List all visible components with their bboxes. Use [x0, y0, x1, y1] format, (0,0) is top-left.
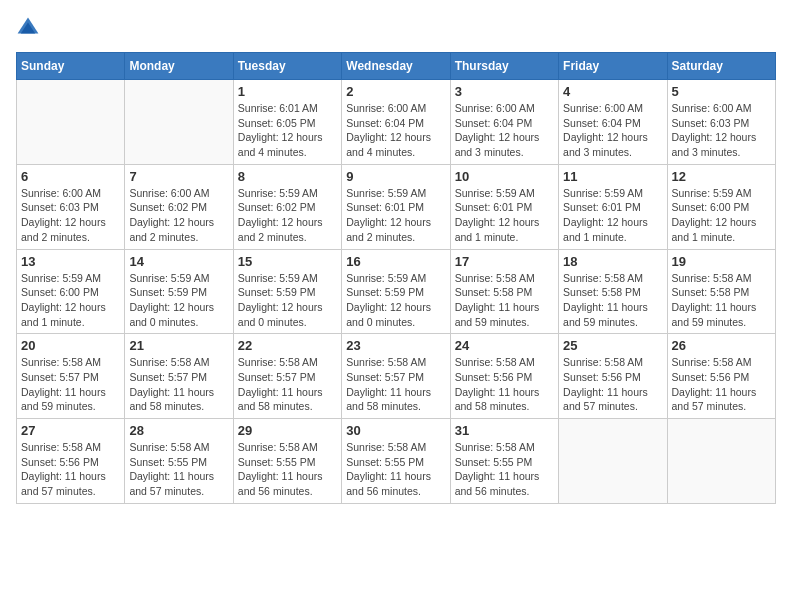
day-info: Sunrise: 5:58 AM Sunset: 5:57 PM Dayligh… [129, 355, 228, 414]
day-info: Sunrise: 5:59 AM Sunset: 6:01 PM Dayligh… [563, 186, 662, 245]
day-number: 26 [672, 338, 771, 353]
day-info: Sunrise: 5:59 AM Sunset: 6:01 PM Dayligh… [455, 186, 554, 245]
calendar-cell: 27Sunrise: 5:58 AM Sunset: 5:56 PM Dayli… [17, 419, 125, 504]
day-number: 13 [21, 254, 120, 269]
calendar-week-row: 1Sunrise: 6:01 AM Sunset: 6:05 PM Daylig… [17, 80, 776, 165]
day-info: Sunrise: 5:58 AM Sunset: 5:55 PM Dayligh… [455, 440, 554, 499]
day-number: 28 [129, 423, 228, 438]
day-info: Sunrise: 5:59 AM Sunset: 6:02 PM Dayligh… [238, 186, 337, 245]
calendar-cell: 26Sunrise: 5:58 AM Sunset: 5:56 PM Dayli… [667, 334, 775, 419]
calendar-cell: 19Sunrise: 5:58 AM Sunset: 5:58 PM Dayli… [667, 249, 775, 334]
day-info: Sunrise: 6:00 AM Sunset: 6:03 PM Dayligh… [21, 186, 120, 245]
day-info: Sunrise: 5:58 AM Sunset: 5:57 PM Dayligh… [21, 355, 120, 414]
day-info: Sunrise: 5:58 AM Sunset: 5:57 PM Dayligh… [238, 355, 337, 414]
day-number: 5 [672, 84, 771, 99]
calendar-cell: 5Sunrise: 6:00 AM Sunset: 6:03 PM Daylig… [667, 80, 775, 165]
day-info: Sunrise: 5:59 AM Sunset: 6:01 PM Dayligh… [346, 186, 445, 245]
calendar-cell: 20Sunrise: 5:58 AM Sunset: 5:57 PM Dayli… [17, 334, 125, 419]
calendar-cell: 9Sunrise: 5:59 AM Sunset: 6:01 PM Daylig… [342, 164, 450, 249]
day-info: Sunrise: 5:58 AM Sunset: 5:58 PM Dayligh… [563, 271, 662, 330]
day-info: Sunrise: 5:58 AM Sunset: 5:55 PM Dayligh… [238, 440, 337, 499]
calendar-cell: 10Sunrise: 5:59 AM Sunset: 6:01 PM Dayli… [450, 164, 558, 249]
day-number: 22 [238, 338, 337, 353]
day-number: 7 [129, 169, 228, 184]
day-number: 2 [346, 84, 445, 99]
calendar-cell: 3Sunrise: 6:00 AM Sunset: 6:04 PM Daylig… [450, 80, 558, 165]
day-number: 10 [455, 169, 554, 184]
day-number: 14 [129, 254, 228, 269]
day-info: Sunrise: 5:59 AM Sunset: 5:59 PM Dayligh… [346, 271, 445, 330]
calendar-table: SundayMondayTuesdayWednesdayThursdayFrid… [16, 52, 776, 504]
day-number: 21 [129, 338, 228, 353]
calendar-cell: 1Sunrise: 6:01 AM Sunset: 6:05 PM Daylig… [233, 80, 341, 165]
day-number: 20 [21, 338, 120, 353]
day-info: Sunrise: 5:58 AM Sunset: 5:56 PM Dayligh… [563, 355, 662, 414]
weekday-header-wednesday: Wednesday [342, 53, 450, 80]
day-number: 12 [672, 169, 771, 184]
day-info: Sunrise: 5:59 AM Sunset: 6:00 PM Dayligh… [21, 271, 120, 330]
day-info: Sunrise: 6:00 AM Sunset: 6:04 PM Dayligh… [563, 101, 662, 160]
calendar-week-row: 20Sunrise: 5:58 AM Sunset: 5:57 PM Dayli… [17, 334, 776, 419]
day-info: Sunrise: 5:58 AM Sunset: 5:58 PM Dayligh… [455, 271, 554, 330]
calendar-week-row: 13Sunrise: 5:59 AM Sunset: 6:00 PM Dayli… [17, 249, 776, 334]
day-number: 1 [238, 84, 337, 99]
day-number: 25 [563, 338, 662, 353]
day-number: 27 [21, 423, 120, 438]
calendar-cell: 18Sunrise: 5:58 AM Sunset: 5:58 PM Dayli… [559, 249, 667, 334]
calendar-cell [559, 419, 667, 504]
calendar-week-row: 27Sunrise: 5:58 AM Sunset: 5:56 PM Dayli… [17, 419, 776, 504]
day-number: 8 [238, 169, 337, 184]
day-info: Sunrise: 5:59 AM Sunset: 5:59 PM Dayligh… [129, 271, 228, 330]
calendar-cell: 21Sunrise: 5:58 AM Sunset: 5:57 PM Dayli… [125, 334, 233, 419]
day-number: 3 [455, 84, 554, 99]
calendar-cell: 11Sunrise: 5:59 AM Sunset: 6:01 PM Dayli… [559, 164, 667, 249]
calendar-cell [17, 80, 125, 165]
weekday-header-tuesday: Tuesday [233, 53, 341, 80]
day-number: 19 [672, 254, 771, 269]
calendar-cell: 24Sunrise: 5:58 AM Sunset: 5:56 PM Dayli… [450, 334, 558, 419]
weekday-header-row: SundayMondayTuesdayWednesdayThursdayFrid… [17, 53, 776, 80]
logo-icon [16, 16, 40, 40]
day-number: 9 [346, 169, 445, 184]
day-info: Sunrise: 5:58 AM Sunset: 5:56 PM Dayligh… [455, 355, 554, 414]
calendar-cell: 30Sunrise: 5:58 AM Sunset: 5:55 PM Dayli… [342, 419, 450, 504]
day-number: 15 [238, 254, 337, 269]
day-info: Sunrise: 6:01 AM Sunset: 6:05 PM Dayligh… [238, 101, 337, 160]
calendar-cell: 7Sunrise: 6:00 AM Sunset: 6:02 PM Daylig… [125, 164, 233, 249]
calendar-cell: 6Sunrise: 6:00 AM Sunset: 6:03 PM Daylig… [17, 164, 125, 249]
calendar-cell: 12Sunrise: 5:59 AM Sunset: 6:00 PM Dayli… [667, 164, 775, 249]
calendar-cell [667, 419, 775, 504]
day-number: 6 [21, 169, 120, 184]
calendar-cell [125, 80, 233, 165]
day-number: 16 [346, 254, 445, 269]
calendar-cell: 8Sunrise: 5:59 AM Sunset: 6:02 PM Daylig… [233, 164, 341, 249]
page-header [16, 16, 776, 40]
weekday-header-friday: Friday [559, 53, 667, 80]
calendar-week-row: 6Sunrise: 6:00 AM Sunset: 6:03 PM Daylig… [17, 164, 776, 249]
day-info: Sunrise: 5:58 AM Sunset: 5:56 PM Dayligh… [672, 355, 771, 414]
day-info: Sunrise: 5:58 AM Sunset: 5:57 PM Dayligh… [346, 355, 445, 414]
calendar-cell: 14Sunrise: 5:59 AM Sunset: 5:59 PM Dayli… [125, 249, 233, 334]
day-number: 29 [238, 423, 337, 438]
day-number: 23 [346, 338, 445, 353]
calendar-cell: 28Sunrise: 5:58 AM Sunset: 5:55 PM Dayli… [125, 419, 233, 504]
weekday-header-thursday: Thursday [450, 53, 558, 80]
day-number: 31 [455, 423, 554, 438]
calendar-cell: 16Sunrise: 5:59 AM Sunset: 5:59 PM Dayli… [342, 249, 450, 334]
calendar-cell: 31Sunrise: 5:58 AM Sunset: 5:55 PM Dayli… [450, 419, 558, 504]
calendar-cell: 29Sunrise: 5:58 AM Sunset: 5:55 PM Dayli… [233, 419, 341, 504]
day-info: Sunrise: 5:58 AM Sunset: 5:55 PM Dayligh… [129, 440, 228, 499]
day-info: Sunrise: 5:58 AM Sunset: 5:58 PM Dayligh… [672, 271, 771, 330]
day-number: 11 [563, 169, 662, 184]
day-info: Sunrise: 5:58 AM Sunset: 5:56 PM Dayligh… [21, 440, 120, 499]
calendar-cell: 4Sunrise: 6:00 AM Sunset: 6:04 PM Daylig… [559, 80, 667, 165]
weekday-header-sunday: Sunday [17, 53, 125, 80]
calendar-cell: 25Sunrise: 5:58 AM Sunset: 5:56 PM Dayli… [559, 334, 667, 419]
day-number: 17 [455, 254, 554, 269]
logo [16, 16, 44, 40]
day-info: Sunrise: 5:59 AM Sunset: 6:00 PM Dayligh… [672, 186, 771, 245]
calendar-cell: 17Sunrise: 5:58 AM Sunset: 5:58 PM Dayli… [450, 249, 558, 334]
weekday-header-monday: Monday [125, 53, 233, 80]
day-number: 18 [563, 254, 662, 269]
day-info: Sunrise: 5:58 AM Sunset: 5:55 PM Dayligh… [346, 440, 445, 499]
